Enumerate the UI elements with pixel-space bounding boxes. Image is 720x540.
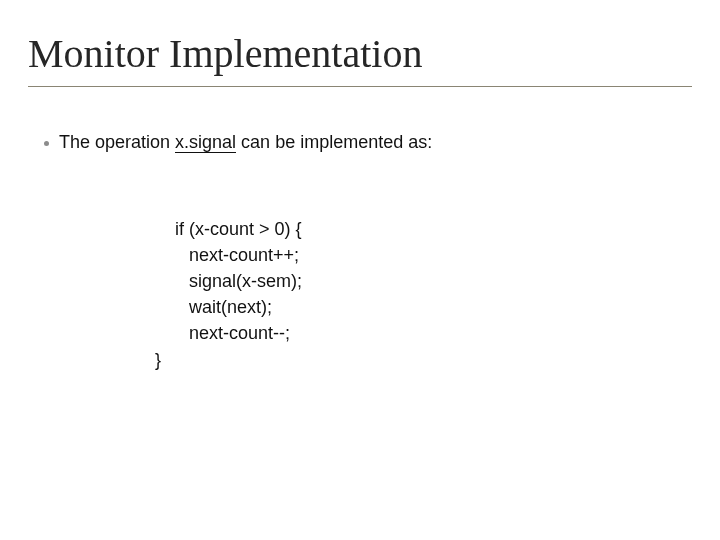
slide-title: Monitor Implementation <box>28 30 422 77</box>
title-underline <box>28 86 692 87</box>
code-block: if (x-count > 0) { next-count++;signal(x… <box>155 190 302 399</box>
bullet-operation: x.signal <box>175 132 236 153</box>
bullet-text: The operation x.signal can be implemente… <box>59 132 432 153</box>
bullet-prefix: The operation <box>59 132 175 152</box>
bullet-suffix: can be implemented as: <box>236 132 432 152</box>
slide: Monitor Implementation The operation x.s… <box>0 0 720 540</box>
code-line-5: next-count--; <box>155 320 302 346</box>
code-line-3: signal(x-sem); <box>155 268 302 294</box>
bullet-item: The operation x.signal can be implemente… <box>44 132 432 153</box>
code-line-4: wait(next); <box>155 294 302 320</box>
code-line-2: next-count++; <box>155 242 302 268</box>
code-line-6: } <box>155 350 161 370</box>
bullet-dot-icon <box>44 141 49 146</box>
code-line-1: if (x-count > 0) { <box>175 219 302 239</box>
